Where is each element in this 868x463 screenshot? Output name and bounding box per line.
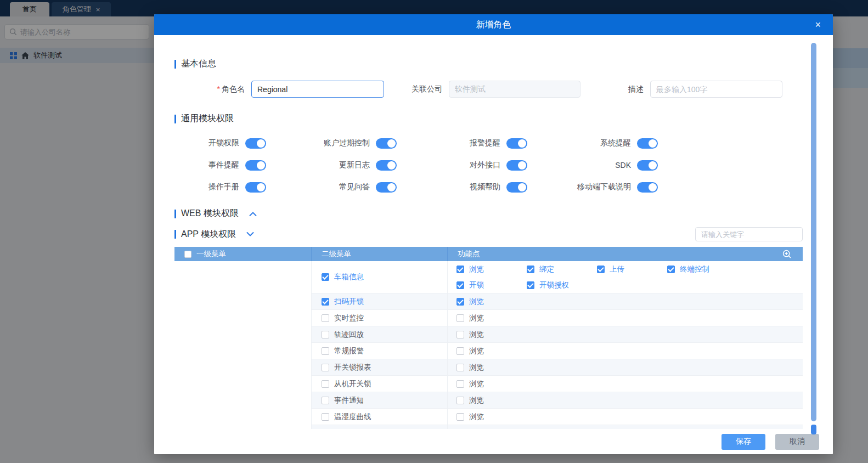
menu-checkbox[interactable]: [322, 314, 329, 322]
function-label: 浏览: [469, 412, 484, 422]
menu-checkbox[interactable]: [322, 298, 329, 306]
header-level2-menu: 二级菜单: [312, 247, 448, 261]
cancel-button[interactable]: 取消: [775, 434, 819, 450]
chevron-down-icon[interactable]: [246, 232, 254, 237]
switch-knob: [387, 161, 396, 170]
toggle-switch[interactable]: [376, 138, 397, 149]
function-checkbox[interactable]: [527, 266, 534, 273]
role-name-field: *角色名: [174, 81, 384, 98]
dialog-header: 新增角色 ×: [154, 14, 833, 35]
toggle-switch[interactable]: [506, 182, 527, 193]
dialog-title: 新增角色: [476, 19, 511, 31]
function-checkbox[interactable]: [456, 281, 464, 289]
chevron-up-icon[interactable]: [249, 211, 257, 217]
menu-label: 常规报警: [334, 346, 364, 356]
toggle-switch[interactable]: [637, 138, 658, 149]
switch-knob: [257, 161, 265, 170]
company-input: [449, 81, 580, 98]
toggle-switch[interactable]: [637, 182, 658, 193]
switch-knob: [518, 139, 526, 148]
toggle-switch[interactable]: [245, 160, 266, 171]
toggle-switch[interactable]: [245, 182, 266, 193]
switch-knob: [257, 139, 265, 148]
function-point: 浏览: [456, 392, 527, 408]
toggle-item: 操作手册: [174, 182, 305, 193]
function-label: 终端控制: [680, 264, 709, 274]
function-checkbox[interactable]: [456, 397, 464, 404]
table-row: 车箱信息浏览绑定上传终端控制开锁开锁授权: [312, 261, 803, 293]
function-checkbox[interactable]: [456, 347, 464, 355]
dialog-footer: 保存 取消: [154, 429, 833, 454]
menu-checkbox[interactable]: [322, 397, 329, 404]
function-checkbox[interactable]: [456, 331, 464, 338]
menu-cell: 轨迹回放: [312, 326, 448, 342]
permission-table: 一级菜单 二级菜单 功能点 车箱信息浏览绑定上传终端控制开锁开锁授权扫码开锁浏览…: [174, 247, 803, 429]
switch-knob: [257, 183, 265, 191]
function-point: 浏览: [456, 261, 527, 277]
toggle-label: 更新日志: [305, 160, 376, 170]
menu-cell: 常规报警: [312, 343, 448, 359]
function-checkbox[interactable]: [456, 364, 464, 371]
function-checkbox[interactable]: [597, 266, 605, 273]
function-checkbox[interactable]: [456, 298, 464, 306]
function-label: 开锁: [469, 280, 484, 290]
screen: 首页 角色管理 × 软件测试 新增角色 × 基本信息 *角色名: [0, 0, 868, 463]
keyword-search-input[interactable]: [695, 227, 803, 241]
toggle-label: SDK: [566, 161, 637, 170]
description-input[interactable]: [650, 81, 782, 98]
toggle-label: 视频帮助: [436, 182, 506, 192]
toggle-switch[interactable]: [637, 160, 658, 171]
menu-checkbox[interactable]: [322, 413, 329, 421]
menu-checkbox[interactable]: [322, 347, 329, 355]
function-checkbox[interactable]: [667, 266, 675, 273]
function-cell: 浏览绑定上传终端控制开锁开锁授权: [448, 261, 803, 293]
toggle-item: 常见问答: [305, 182, 436, 193]
toggle-label: 常见问答: [305, 182, 376, 192]
function-label: 上传: [610, 264, 624, 274]
toggle-switch[interactable]: [245, 138, 266, 149]
section-app-row: APP 模块权限: [174, 227, 803, 241]
function-checkbox[interactable]: [456, 314, 464, 322]
level1-menu-column: [174, 261, 312, 429]
description-label: 描述: [580, 84, 650, 94]
switch-knob: [649, 139, 657, 148]
menu-checkbox[interactable]: [322, 380, 329, 388]
function-label: 浏览: [469, 297, 484, 307]
toggle-label: 操作手册: [174, 182, 245, 192]
zoom-in-icon[interactable]: [782, 250, 792, 259]
function-checkbox[interactable]: [456, 380, 464, 388]
toggle-switch[interactable]: [506, 160, 527, 171]
section-web-permissions[interactable]: WEB 模块权限: [174, 208, 803, 219]
table-header: 一级菜单 二级菜单 功能点: [174, 247, 803, 261]
toggle-switch[interactable]: [506, 138, 527, 149]
add-role-dialog: 新增角色 × 基本信息 *角色名 关联公司 描述: [154, 14, 833, 454]
close-icon[interactable]: ×: [815, 20, 821, 30]
toggle-label: 报警提醒: [436, 138, 506, 148]
toggle-item: SDK: [566, 160, 697, 171]
toggle-switch[interactable]: [376, 182, 397, 193]
function-cell: 浏览: [448, 343, 803, 359]
table-scrollbar-thumb[interactable]: [811, 425, 816, 434]
toggle-switch[interactable]: [376, 160, 397, 171]
modal-scrollbar-thumb[interactable]: [811, 43, 816, 421]
toggle-label: 对外接口: [436, 160, 506, 170]
menu-checkbox[interactable]: [322, 364, 329, 371]
toggle-item: 视频帮助: [436, 182, 566, 193]
function-checkbox[interactable]: [456, 266, 464, 273]
toggle-label: 开锁权限: [174, 138, 245, 148]
function-checkbox[interactable]: [527, 281, 534, 289]
section-app-permissions[interactable]: APP 模块权限: [174, 229, 254, 240]
role-name-label: *角色名: [174, 84, 251, 94]
function-point: 绑定: [527, 261, 597, 277]
switch-knob: [387, 139, 396, 148]
table-row: 油耗分析浏览: [312, 425, 803, 429]
function-point: 浏览: [456, 310, 527, 326]
select-all-checkbox[interactable]: [184, 251, 191, 258]
function-checkbox[interactable]: [456, 413, 464, 421]
menu-cell: 实时监控: [312, 310, 448, 326]
menu-checkbox[interactable]: [322, 273, 329, 281]
table-row: 开关锁报表浏览: [312, 359, 803, 376]
role-name-input[interactable]: [251, 81, 384, 98]
menu-checkbox[interactable]: [322, 331, 329, 338]
save-button[interactable]: 保存: [722, 434, 765, 450]
